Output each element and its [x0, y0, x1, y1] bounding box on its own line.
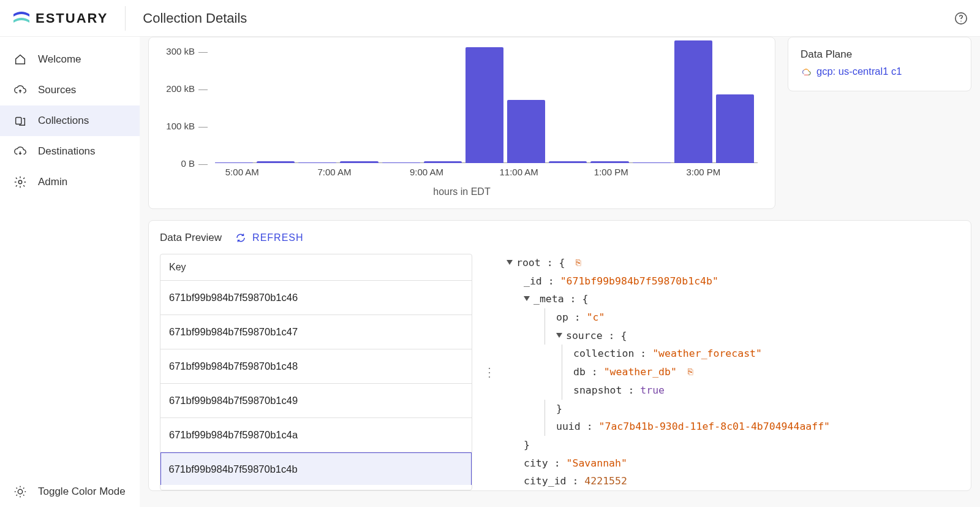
- chart-bar[interactable]: [298, 162, 336, 163]
- chart-bar[interactable]: [590, 161, 628, 163]
- data-plane-card: Data Plane gcp: us-central1 c1: [788, 37, 971, 91]
- refresh-icon: [235, 232, 246, 243]
- key-row[interactable]: 671bf99b984b7f59870b1c4a: [160, 418, 472, 452]
- copy-icon[interactable]: ⎘: [576, 255, 581, 270]
- chart-plot-area: [215, 40, 758, 163]
- header: ESTUARY Collection Details: [0, 0, 980, 37]
- toggle-color-mode[interactable]: Toggle Color Mode: [0, 476, 140, 507]
- key-row[interactable]: 671bf99b984b7f59870b1c48: [160, 349, 472, 384]
- key-row[interactable]: 671bf99b984b7f59870b1c4b: [160, 452, 472, 485]
- data-plane-title: Data Plane: [801, 48, 959, 61]
- cloud-up-icon: [13, 83, 27, 97]
- help-icon[interactable]: [954, 12, 968, 25]
- chart-bar[interactable]: [549, 161, 587, 163]
- cloud-down-icon: [13, 145, 27, 158]
- gear-icon: [13, 175, 27, 189]
- sidebar-item-welcome[interactable]: Welcome: [0, 44, 140, 75]
- sidebar-item-collections[interactable]: Collections: [0, 105, 140, 136]
- svg-point-1: [960, 20, 961, 21]
- sidebar-item-admin[interactable]: Admin: [0, 167, 140, 197]
- key-column-header: Key: [160, 254, 472, 281]
- x-tick-label: 9:00 AM: [410, 167, 443, 177]
- chart-bar[interactable]: [340, 161, 378, 163]
- refresh-button[interactable]: REFRESH: [235, 232, 303, 243]
- sidebar-item-label: Admin: [38, 176, 67, 188]
- sidebar-item-sources[interactable]: Sources: [0, 75, 140, 105]
- y-tick-label: 300 kB—: [166, 46, 208, 56]
- sun-icon: [13, 485, 27, 498]
- sidebar-item-label: Toggle Color Mode: [38, 486, 126, 498]
- y-tick-label: 200 kB—: [166, 83, 208, 94]
- sidebar: Welcome Sources Collections Destinations…: [0, 37, 140, 507]
- x-tick-label: 7:00 AM: [317, 167, 351, 177]
- page-title: Collection Details: [143, 10, 247, 26]
- svg-rect-2: [16, 118, 21, 124]
- estuary-logo-icon: [12, 10, 31, 26]
- sidebar-item-label: Welcome: [38, 53, 81, 66]
- home-icon: [13, 53, 27, 66]
- chart-x-axis-label: hours in EDT: [160, 186, 764, 197]
- split-handle[interactable]: ⋮: [482, 254, 497, 490]
- brand-logo[interactable]: ESTUARY: [12, 10, 108, 26]
- x-tick-label: 3:00 PM: [686, 167, 720, 177]
- sidebar-item-label: Destinations: [38, 145, 96, 158]
- chart-bar[interactable]: [674, 40, 712, 163]
- data-preview-card: Data Preview REFRESH Key 671bf99b984b7f5…: [148, 220, 971, 491]
- key-row[interactable]: 671bf99b984b7f59870b1c46: [160, 281, 472, 315]
- y-tick-label: 100 kB—: [166, 121, 208, 131]
- data-plane-value[interactable]: gcp: us-central1 c1: [801, 66, 959, 77]
- chart-bar[interactable]: [257, 161, 295, 163]
- copy-icon[interactable]: ⎘: [688, 364, 693, 379]
- brand-name: ESTUARY: [36, 10, 108, 26]
- collections-icon: [13, 114, 27, 128]
- x-tick-label: 11:00 AM: [499, 167, 538, 177]
- gcp-icon: [801, 67, 812, 76]
- key-table: Key 671bf99b984b7f59870b1c46671bf99b984b…: [160, 254, 472, 490]
- chart-bar[interactable]: [424, 161, 462, 163]
- sidebar-item-label: Sources: [38, 84, 76, 96]
- chart-bar[interactable]: [215, 162, 253, 163]
- chart-bar[interactable]: [466, 47, 503, 163]
- usage-chart: 300 kB—200 kB—100 kB—0 B— 5:00 AM7:00 AM…: [160, 40, 764, 200]
- main-content: 300 kB—200 kB—100 kB—0 B— 5:00 AM7:00 AM…: [140, 37, 980, 507]
- y-tick-label: 0 B—: [181, 158, 208, 169]
- sidebar-item-destinations[interactable]: Destinations: [0, 136, 140, 167]
- x-tick-label: 1:00 PM: [594, 167, 628, 177]
- usage-chart-card: 300 kB—200 kB—100 kB—0 B— 5:00 AM7:00 AM…: [148, 37, 775, 209]
- svg-point-4: [18, 489, 22, 494]
- chart-bar[interactable]: [716, 94, 754, 163]
- chart-bar[interactable]: [382, 162, 420, 163]
- x-tick-label: 5:00 AM: [225, 167, 259, 177]
- key-row[interactable]: 671bf99b984b7f59870b1c47: [160, 315, 472, 349]
- chart-bar[interactable]: [507, 100, 545, 163]
- header-divider: [125, 6, 126, 31]
- sidebar-item-label: Collections: [38, 115, 89, 127]
- chart-bar[interactable]: [633, 162, 671, 163]
- key-row[interactable]: 671bf99b984b7f59870b1c49: [160, 384, 472, 418]
- svg-point-3: [18, 180, 22, 184]
- data-preview-title: Data Preview: [160, 232, 222, 244]
- json-viewer: root : { ⎘ _id : "671bf99b984b7f59870b1c…: [507, 254, 960, 490]
